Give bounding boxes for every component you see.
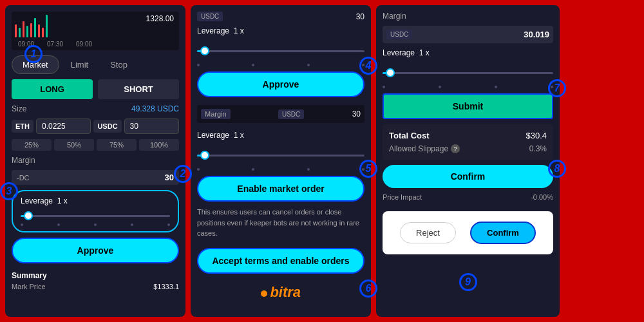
leverage-val-2: 1 x xyxy=(234,131,244,140)
dot-m1-1 xyxy=(197,64,200,66)
total-cost-value: $30.4 xyxy=(526,131,547,140)
margin-label-row: Margin xyxy=(12,156,179,165)
dot-1 xyxy=(21,223,23,226)
slider-track-right xyxy=(383,72,553,74)
usdc-num-1: 30 xyxy=(356,12,365,21)
approve-button-left[interactable]: Approve xyxy=(12,238,179,263)
approve-button-mid[interactable]: Approve xyxy=(197,71,365,97)
usdc-badge-mid-2: USDC xyxy=(278,109,304,119)
confirm-blue-button[interactable]: Confirm xyxy=(470,222,536,244)
leverage-slider[interactable] xyxy=(21,209,170,222)
bitra-logo: bitra xyxy=(197,279,365,306)
slider-dots xyxy=(21,223,170,226)
margin-label-mid: Margin xyxy=(201,109,231,119)
limit-tab[interactable]: Limit xyxy=(61,55,99,74)
margin-value: 30 xyxy=(165,173,174,182)
slippage-label: Allowed Slippage ? xyxy=(389,144,460,153)
slider-mid-2[interactable] xyxy=(197,149,365,162)
chart-time-3: 09:00 xyxy=(76,41,92,48)
dot-r-2 xyxy=(439,86,441,88)
slippage-row: Allowed Slippage ? 0.3% xyxy=(389,144,547,153)
pct-100[interactable]: 100% xyxy=(139,139,179,151)
percent-buttons: 25% 50% 75% 100% xyxy=(12,139,179,151)
slider-thumb-mid-2 xyxy=(200,151,209,160)
price-impact-row: Price Impact -0.00% xyxy=(383,193,553,201)
enable-market-order-button[interactable]: Enable market order xyxy=(197,176,365,202)
slippage-value: 0.3% xyxy=(529,144,547,153)
size-value: 49.328 USDC xyxy=(131,104,179,113)
chart-price: 1328.00 xyxy=(146,14,174,23)
mark-price-row: Mark Price $1333.1 xyxy=(12,283,179,290)
step4-indicator: 4 xyxy=(359,57,377,75)
margin-title: Margin xyxy=(383,12,406,21)
leverage-val-1: 1 x xyxy=(234,26,244,35)
eth-input[interactable] xyxy=(36,118,91,134)
margin-section-mid: Margin USDC 30 xyxy=(197,105,365,123)
slider-thumb-right xyxy=(386,68,395,77)
right-leverage-value: 1 x xyxy=(419,48,430,57)
price-impact-label: Price Impact xyxy=(383,193,422,201)
size-input-row: ETH USDC xyxy=(12,118,179,134)
slider-track-mid-2 xyxy=(197,155,365,156)
total-cost-section: Total Cost $30.4 Allowed Slippage ? 0.3% xyxy=(383,124,553,160)
step1-indicator: 1 xyxy=(24,45,43,63)
short-button[interactable]: SHORT xyxy=(98,79,179,99)
help-icon: ? xyxy=(451,144,460,153)
dot-m2-2 xyxy=(252,168,254,171)
pct-75[interactable]: 75% xyxy=(97,139,137,151)
right-leverage-label: Leverage 1 x xyxy=(383,48,553,57)
total-cost-row: Total Cost $30.4 xyxy=(389,131,547,140)
slider-track-mid-1 xyxy=(197,50,365,52)
leverage-label: Leverage 1 x xyxy=(21,196,170,205)
accept-terms-button[interactable]: Accept terms and enable orders xyxy=(197,248,365,274)
usdc-badge-mid-1: USDC xyxy=(197,12,223,21)
slider-dots-mid-2 xyxy=(197,168,365,171)
summary-title: Summary xyxy=(12,271,179,280)
margin-input-row: -DC 30 xyxy=(12,170,179,185)
step7-indicator: 7 xyxy=(548,79,566,97)
slider-right[interactable] xyxy=(383,66,553,79)
confirm-dialog: Reject Confirm xyxy=(383,211,553,254)
step8-indicator: 8 xyxy=(548,160,566,178)
pct-50[interactable]: 50% xyxy=(54,139,94,151)
step3-indicator: 3 xyxy=(0,182,18,200)
size-label: Size xyxy=(12,104,26,113)
dot-m1-3 xyxy=(307,64,310,66)
eth-badge: ETH xyxy=(12,120,33,133)
right-top-row: USDC 30.019 xyxy=(383,26,553,43)
dot-3 xyxy=(94,223,97,226)
leverage-value: 1 x xyxy=(57,196,68,205)
reject-button[interactable]: Reject xyxy=(400,222,456,243)
dot-r-1 xyxy=(383,86,385,88)
margin-value-right: 30.019 xyxy=(524,30,549,39)
dot-m2-3 xyxy=(307,168,310,171)
dot-m2-1 xyxy=(197,168,200,171)
dot-m1-2 xyxy=(252,64,254,66)
dot-2 xyxy=(57,223,60,226)
step2-indicator: 2 xyxy=(174,165,192,183)
step6-indicator: 6 xyxy=(359,279,377,298)
chart-area: 1328.00 09:00 07:30 09:00 xyxy=(12,12,179,50)
slider-thumb xyxy=(24,211,33,220)
mark-price-label: Mark Price xyxy=(12,283,46,290)
submit-button[interactable]: Submit xyxy=(383,93,553,119)
price-impact-value: -0.00% xyxy=(531,193,553,201)
middle-top-row: USDC 30 xyxy=(197,12,365,21)
margin-token: -DC xyxy=(17,174,30,182)
step5-indicator: 5 xyxy=(359,160,377,178)
summary-section: Summary Mark Price $1333.1 xyxy=(12,271,179,290)
right-margin-label: Margin xyxy=(383,12,553,21)
long-button[interactable]: LONG xyxy=(12,79,93,99)
dot-5 xyxy=(167,223,170,226)
confirm-button[interactable]: Confirm xyxy=(383,165,553,188)
pct-25[interactable]: 25% xyxy=(12,139,52,151)
bitra-text: bitra xyxy=(270,284,301,300)
size-label-row: Size 49.328 USDC xyxy=(12,104,179,113)
slider-track xyxy=(21,215,170,217)
leverage-section: Leverage 1 x xyxy=(12,190,179,232)
stop-tab[interactable]: Stop xyxy=(100,55,138,74)
chart-time-2: 07:30 xyxy=(47,41,63,48)
usdc-input[interactable] xyxy=(124,118,179,134)
slider-mid-1[interactable] xyxy=(197,44,365,57)
usdc-badge: USDC xyxy=(93,120,121,133)
